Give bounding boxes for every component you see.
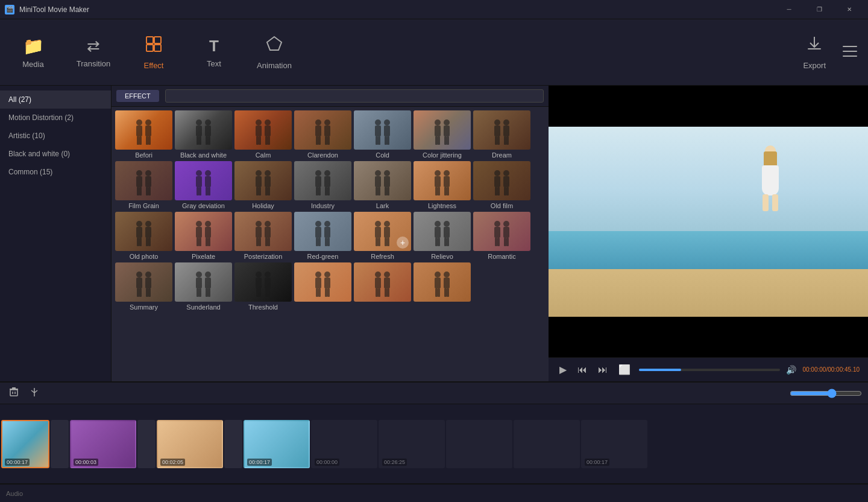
effect-thumb-calm bbox=[234, 110, 292, 150]
effect-item-oldfilm[interactable]: Old film bbox=[473, 161, 530, 209]
restore-button[interactable]: ❐ bbox=[805, 0, 833, 19]
menu-button[interactable] bbox=[838, 40, 862, 65]
effect-name-filmgrain: Film Grain bbox=[128, 202, 159, 209]
effect-name-graydev: Gray deviation bbox=[182, 202, 225, 209]
toolbar-effect-button[interactable]: Effect bbox=[127, 25, 181, 80]
svg-rect-158 bbox=[384, 227, 390, 238]
svg-point-133 bbox=[205, 221, 211, 227]
left-panel-item-common[interactable]: Common (15) bbox=[0, 163, 111, 181]
svg-point-201 bbox=[315, 272, 321, 278]
svg-point-141 bbox=[265, 221, 271, 227]
svg-rect-88 bbox=[268, 187, 270, 195]
step-forward-button[interactable]: ⏭ bbox=[596, 363, 610, 376]
effect-item-extra2[interactable] bbox=[354, 262, 411, 311]
timeline: 00:00:1700:00:0300:02:0500:00:1700:00:00… bbox=[0, 381, 868, 502]
effect-item-colorjitter[interactable]: Color jittering bbox=[414, 110, 471, 159]
effect-item-refresh[interactable]: +Refresh bbox=[354, 212, 411, 260]
svg-rect-24 bbox=[208, 136, 210, 145]
left-panel-item-all[interactable]: All (27) bbox=[0, 91, 111, 109]
svg-point-125 bbox=[145, 221, 151, 227]
effect-item-industry[interactable]: Industry bbox=[294, 161, 351, 209]
effect-item-lark[interactable]: Lark bbox=[354, 161, 411, 209]
clip-clip8[interactable]: 00:00:00 bbox=[311, 420, 377, 468]
effects-search-input[interactable] bbox=[165, 89, 544, 103]
play-button[interactable]: ▶ bbox=[557, 363, 569, 376]
svg-rect-135 bbox=[206, 238, 208, 246]
progress-bar[interactable] bbox=[639, 369, 780, 371]
toolbar-media-button[interactable]: 📁 Media bbox=[6, 25, 60, 80]
effect-item-cold[interactable]: Cold bbox=[354, 110, 411, 159]
export-button[interactable]: Export bbox=[803, 35, 826, 70]
effect-item-threshold[interactable]: Threshold bbox=[234, 262, 292, 311]
toolbar-text-button[interactable]: T Text bbox=[187, 25, 241, 80]
minimize-button[interactable]: ─ bbox=[775, 0, 803, 19]
effect-item-sunderland[interactable]: Sunderland bbox=[175, 262, 232, 311]
clip-clip1[interactable]: 00:00:17 bbox=[1, 420, 49, 468]
toolbar-transition-button[interactable]: ⇄ Transition bbox=[66, 25, 121, 80]
split-clip-button[interactable] bbox=[27, 386, 42, 401]
svg-rect-82 bbox=[256, 176, 262, 187]
svg-rect-84 bbox=[259, 187, 261, 195]
zoom-slider[interactable] bbox=[790, 389, 862, 398]
effect-item-holiday[interactable]: Holiday bbox=[234, 161, 292, 209]
clip-clip2[interactable] bbox=[51, 420, 69, 468]
time-display: 00:00:00/00:00:45.10 bbox=[802, 366, 860, 373]
clip-clip11[interactable] bbox=[514, 420, 580, 468]
close-button[interactable]: ✕ bbox=[835, 0, 863, 19]
effect-item-oldphoto[interactable]: Old photo bbox=[115, 212, 172, 260]
svg-rect-32 bbox=[268, 136, 270, 145]
clip-clip12[interactable]: 00:00:17 bbox=[581, 420, 647, 468]
svg-rect-218 bbox=[435, 278, 441, 288]
effect-item-extra1[interactable] bbox=[294, 262, 351, 311]
effect-item-calm[interactable]: Calm bbox=[234, 110, 292, 159]
svg-rect-118 bbox=[503, 176, 509, 187]
svg-point-77 bbox=[205, 170, 211, 176]
clip-clip5[interactable]: 00:02:05 bbox=[157, 420, 223, 468]
effect-item-summary[interactable]: Summary bbox=[115, 262, 172, 311]
effect-item-dream[interactable]: Dream bbox=[473, 110, 530, 159]
toolbar-animation-button[interactable]: Animation bbox=[247, 25, 301, 80]
svg-rect-214 bbox=[384, 278, 390, 288]
svg-rect-146 bbox=[315, 227, 321, 238]
effect-item-lightness[interactable]: Lightness bbox=[414, 161, 471, 209]
effect-thumb-clarendon bbox=[294, 110, 351, 150]
left-panel-item-bw[interactable]: Black and white (0) bbox=[0, 145, 111, 163]
effect-item-befori[interactable]: Befori bbox=[115, 110, 172, 159]
effect-item-bw[interactable]: Black and white bbox=[175, 110, 232, 159]
content-area: All (27) Motion Distortion (2) Artistic … bbox=[0, 86, 868, 381]
svg-rect-172 bbox=[497, 238, 500, 246]
svg-rect-14 bbox=[145, 126, 151, 136]
left-panel-item-motion[interactable]: Motion Distortion (2) bbox=[0, 109, 111, 127]
svg-point-73 bbox=[196, 170, 202, 176]
svg-rect-35 bbox=[316, 136, 318, 145]
effect-item-filmgrain[interactable]: Film Grain bbox=[115, 161, 172, 209]
fullscreen-button[interactable]: ⬜ bbox=[616, 363, 633, 376]
svg-rect-196 bbox=[259, 288, 261, 297]
effect-name-dream: Dream bbox=[492, 151, 512, 159]
step-back-button[interactable]: ⏮ bbox=[575, 363, 590, 376]
clip-clip10[interactable] bbox=[446, 420, 512, 468]
clip-clip4[interactable] bbox=[137, 420, 156, 468]
titlebar: 🎬 MiniTool Movie Maker ─ ❐ ✕ bbox=[0, 0, 868, 19]
effect-item-extra3[interactable] bbox=[414, 262, 471, 311]
svg-point-209 bbox=[375, 272, 381, 278]
svg-rect-54 bbox=[444, 126, 450, 136]
effect-item-clarendon[interactable]: Clarendon bbox=[294, 110, 351, 159]
effect-item-graydev[interactable]: Gray deviation bbox=[175, 161, 232, 209]
effect-item-relievo[interactable]: Relievo bbox=[414, 212, 471, 260]
effect-item-redgreen[interactable]: Red-green bbox=[294, 212, 351, 260]
effect-item-romantic[interactable]: Romantic bbox=[473, 212, 530, 260]
clip-clip6[interactable] bbox=[224, 420, 242, 468]
svg-point-121 bbox=[136, 221, 142, 227]
effects-filter-button[interactable]: EFFECT bbox=[116, 90, 159, 102]
clip-clip7[interactable]: 00:00:17 bbox=[244, 420, 310, 468]
svg-point-117 bbox=[503, 170, 509, 176]
delete-clip-button[interactable] bbox=[6, 386, 22, 401]
effect-item-pixelate[interactable]: Pixelate bbox=[175, 212, 232, 260]
svg-rect-95 bbox=[325, 187, 327, 195]
clip-clip3[interactable]: 00:00:03 bbox=[70, 420, 136, 468]
effect-item-poster[interactable]: Posterization bbox=[234, 212, 292, 260]
left-panel-item-artistic[interactable]: Artistic (10) bbox=[0, 127, 111, 145]
clip-duration-clip9: 00:26:25 bbox=[382, 459, 407, 466]
clip-clip9[interactable]: 00:26:25 bbox=[379, 420, 445, 468]
